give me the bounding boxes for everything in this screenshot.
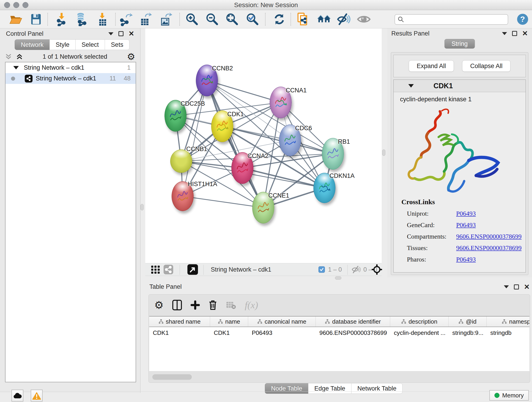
network-options-gear-icon[interactable]: ⚙ xyxy=(127,52,135,61)
zoom-window-button[interactable] xyxy=(22,2,28,8)
import-network-database-icon[interactable] xyxy=(74,12,88,26)
panel-close-icon[interactable]: ✕ xyxy=(522,31,528,36)
collection-count: 1 xyxy=(127,64,131,71)
network-canvas[interactable]: CCNB2CCNA1CDC25BCDK1CDC6RB1CCNB1CCNA2CDK… xyxy=(145,28,382,263)
table-cell[interactable]: CDK1 xyxy=(210,327,248,338)
tab-string[interactable]: String xyxy=(444,39,475,49)
crosslink-link[interactable]: P06493 xyxy=(456,221,476,229)
export-image-icon[interactable] xyxy=(159,12,173,26)
close-window-button[interactable] xyxy=(4,2,10,8)
hide-selected-icon[interactable] xyxy=(337,12,351,26)
cloud-services-button[interactable] xyxy=(12,390,23,402)
search-box xyxy=(394,14,508,25)
cdk1-section-header[interactable]: CDK1 xyxy=(394,80,526,92)
table-cell[interactable]: stringdb:9... xyxy=(449,327,487,338)
network-row[interactable]: String Network – cdk1 11 48 xyxy=(6,73,136,84)
table-cell[interactable]: 9606.ENSP00000378699 xyxy=(316,327,390,338)
network-edge[interactable] xyxy=(183,196,263,208)
collection-expand-icon[interactable] xyxy=(13,66,19,70)
crosslink-label: Pharos: xyxy=(407,256,456,263)
network-edge[interactable] xyxy=(183,80,207,196)
import-network-icon[interactable] xyxy=(55,12,69,26)
column-header-name[interactable]: name xyxy=(210,317,248,327)
zoom-in-icon[interactable] xyxy=(185,12,199,26)
table-horizontal-scrollbar[interactable] xyxy=(152,374,192,380)
save-session-icon[interactable] xyxy=(29,13,43,26)
export-network-icon[interactable] xyxy=(119,12,133,26)
minimize-window-button[interactable] xyxy=(13,2,19,8)
column-header-database-identifier[interactable]: database identifier xyxy=(316,317,390,327)
protein-description: cyclin-dependent kinase 1 xyxy=(394,92,526,103)
detach-view-icon[interactable] xyxy=(187,264,198,275)
expand-all-button[interactable]: Expand All xyxy=(409,60,454,72)
network-view-title: String Network – cdk1 xyxy=(211,266,271,273)
column-header-description[interactable]: description xyxy=(390,317,449,327)
warning-icon xyxy=(32,391,41,400)
table-cell[interactable]: stringdb xyxy=(487,327,530,338)
left-splitter-handle[interactable] xyxy=(140,204,144,211)
show-all-icon[interactable] xyxy=(357,12,371,26)
show-columns-icon[interactable] xyxy=(172,300,182,310)
table-cell[interactable]: cyclin-dependent ... xyxy=(390,327,449,338)
table-options-gear-icon[interactable]: ⚙ xyxy=(154,300,164,310)
expand-all-icon[interactable] xyxy=(16,53,23,60)
search-input[interactable] xyxy=(406,16,505,23)
column-header-namespace[interactable]: namespace xyxy=(487,317,530,327)
tab-sets[interactable]: Sets xyxy=(105,39,129,50)
panel-menu-icon[interactable] xyxy=(108,32,114,35)
panel-float-icon[interactable] xyxy=(512,31,517,36)
column-header--id[interactable]: @id xyxy=(449,317,487,327)
panel-float-icon[interactable] xyxy=(119,31,123,36)
panel-close-icon[interactable]: ✕ xyxy=(128,31,134,36)
column-header-label: namespace xyxy=(509,318,530,325)
help-icon[interactable]: ? xyxy=(517,13,529,25)
network-overview-share-icon[interactable] xyxy=(164,265,173,274)
selected-checkbox-icon[interactable] xyxy=(318,266,325,273)
protein-thumbnail-icon xyxy=(273,93,288,113)
delete-column-icon[interactable] xyxy=(209,300,217,310)
tab-select[interactable]: Select xyxy=(75,39,105,50)
fit-content-crosshair-icon[interactable] xyxy=(372,264,382,275)
panel-menu-icon[interactable] xyxy=(502,32,507,35)
network-edge[interactable] xyxy=(207,80,263,208)
panel-close-icon[interactable]: ✕ xyxy=(524,284,530,289)
zoom-out-icon[interactable] xyxy=(205,12,219,26)
table-row[interactable]: CDK1CDK1P064939606.ENSP00000378699cyclin… xyxy=(149,327,530,338)
collapse-all-icon[interactable] xyxy=(5,53,12,60)
birds-eye-view-icon[interactable] xyxy=(151,265,160,274)
crosslink-link[interactable]: 9606.ENSP00000378699 xyxy=(456,233,521,240)
table-cell[interactable]: CDK1 xyxy=(149,327,210,338)
network-edge[interactable] xyxy=(222,126,333,154)
crosslink-link[interactable]: P06493 xyxy=(456,210,476,217)
export-table-icon[interactable] xyxy=(139,12,152,26)
tab-style[interactable]: Style xyxy=(50,39,76,50)
column-header-shared-name[interactable]: shared name xyxy=(149,317,210,327)
zoom-selected-icon[interactable] xyxy=(246,12,259,26)
crosslink-link[interactable]: 9606.ENSP00000378699 xyxy=(456,244,521,252)
new-network-from-selection-icon[interactable] xyxy=(297,12,311,26)
section-collapse-icon[interactable] xyxy=(408,84,414,88)
network-node-ccnb1[interactable] xyxy=(170,149,192,173)
tab-network[interactable]: Network xyxy=(15,39,50,50)
open-session-icon[interactable] xyxy=(9,13,22,26)
warnings-button[interactable] xyxy=(31,390,43,402)
network-edge[interactable] xyxy=(207,80,281,102)
protein-thumbnail-icon xyxy=(175,187,190,206)
panel-menu-icon[interactable] xyxy=(504,285,509,288)
network-selected-status: 1 of 1 Network selected xyxy=(27,53,123,60)
network-list-toolbar: 1 of 1 Network selected ⚙ xyxy=(0,52,140,61)
collapse-all-button[interactable]: Collapse All xyxy=(462,60,510,72)
crosslink-link[interactable]: P06493 xyxy=(456,256,476,263)
right-splitter-handle[interactable] xyxy=(382,149,385,156)
import-table-icon[interactable] xyxy=(95,12,109,26)
column-header-canonical-name[interactable]: canonical name xyxy=(248,317,316,327)
refresh-icon[interactable] xyxy=(273,13,286,26)
table-cell[interactable]: P06493 xyxy=(248,327,316,338)
add-column-icon[interactable] xyxy=(191,300,200,310)
panel-float-icon[interactable] xyxy=(514,284,519,289)
network-collection-row[interactable]: String Network – cdk1 1 xyxy=(6,62,136,73)
string-home-icon[interactable] xyxy=(317,12,331,26)
memory-button[interactable]: Memory xyxy=(489,390,529,401)
zoom-fit-icon[interactable] xyxy=(225,12,239,26)
toolbar-divider xyxy=(179,13,180,26)
